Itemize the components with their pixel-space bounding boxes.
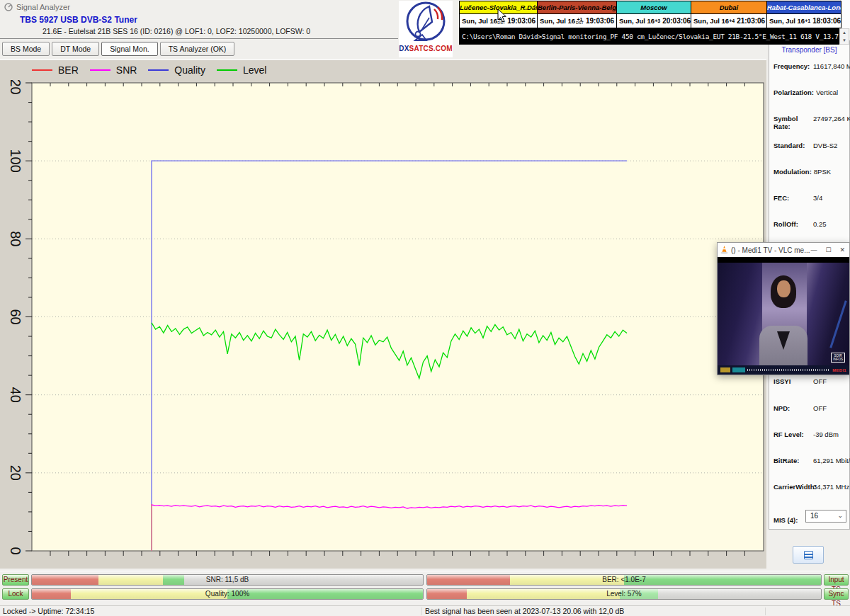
- clock-time: 20:03:06: [662, 17, 691, 25]
- minimize-icon[interactable]: —: [810, 246, 817, 253]
- gauge-label: BER: <1.0E-7: [427, 576, 821, 583]
- transponder-row: BitRate:61,291 Mbit/s: [774, 457, 848, 464]
- dst-flag: DST: [576, 21, 584, 25]
- command-prompt-scrollbar[interactable]: ▲ ▼: [839, 28, 849, 45]
- transponder-row-value: Vertical: [816, 89, 838, 96]
- gauge-snr: SNR: 11,5 dB: [31, 574, 424, 586]
- news-ticker: MEDI1: [718, 365, 849, 375]
- legend-label: BER: [58, 64, 79, 76]
- command-prompt-text: C:\Users\Roman Dávid>Signal monitoring_P…: [459, 33, 839, 40]
- maximize-icon[interactable]: ☐: [825, 246, 831, 253]
- transponder-row-label: NPD:: [774, 404, 811, 412]
- svg-text:60: 60: [8, 309, 23, 324]
- svg-text:120: 120: [8, 80, 23, 95]
- statusbar-divider: [421, 608, 422, 615]
- gauge-level: Level: 57%: [426, 588, 822, 600]
- gauge-label: Quality: 100%: [32, 590, 423, 598]
- signal-analyzer-window: { "window": { "title": "Signal Analyzer"…: [0, 0, 850, 616]
- transponder-row-label: Frequency:: [774, 62, 811, 70]
- legend-line-swatch: [90, 69, 110, 71]
- utc-offset-value: +1: [805, 19, 810, 23]
- dxsatcs-logo: DXSATCS.COM: [399, 1, 453, 57]
- clock-time: 18:03:06: [812, 17, 841, 25]
- window-edge-strip: [840, 0, 850, 28]
- transponder-row-label: CarrierWidth:: [774, 483, 811, 491]
- transponder-row: RollOff:0.25: [774, 220, 848, 228]
- legend-item-quality: Quality: [148, 64, 205, 76]
- signal-chart-panel: BERSNRQualityLevel 020406080100120: [0, 59, 766, 569]
- tab-signal-mon-[interactable]: Signal Mon.: [101, 42, 157, 56]
- transponder-row-label: ISSYI: [774, 377, 811, 385]
- svg-text:80: 80: [8, 231, 23, 246]
- transponder-row-label: Standard:: [774, 142, 811, 149]
- transponder-row-value: 34,371 MHz: [813, 483, 849, 491]
- mis-selected-value: 16: [810, 512, 818, 520]
- header-divider: [0, 38, 398, 39]
- vlc-cone-icon: [720, 246, 728, 254]
- transponder-row-label: RollOff:: [774, 220, 811, 228]
- transponder-row-value: DVB-S2: [813, 142, 837, 149]
- transponder-panel-title: Transponder [BS]: [769, 46, 849, 54]
- lock-uptime-status: Locked -> Uptime: 72:34:15: [3, 607, 94, 615]
- chart-legend: BERSNRQualityLevel: [32, 64, 278, 76]
- button-present[interactable]: Present: [2, 574, 29, 586]
- transponder-row: NPD:OFF: [774, 404, 848, 412]
- clock-utc-offset: +4: [729, 19, 735, 23]
- clock-cell: MoscowSun, Jul 16+320:03:06: [617, 1, 691, 28]
- app-icon: [4, 3, 13, 11]
- clock-date: Sun, Jul 16: [540, 17, 575, 25]
- tab-dt-mode[interactable]: DT Mode: [52, 42, 99, 56]
- transponder-row-label: Symbol Rate:: [774, 115, 811, 130]
- transponder-row-value: -39 dBm: [813, 430, 839, 438]
- legend-label: Quality: [174, 64, 205, 76]
- video-letterbox: [718, 257, 849, 263]
- vlc-window[interactable]: () - Medi1 TV - VLC me... — ☐ ✕ SOIRINFO…: [717, 242, 850, 375]
- transponder-row: Standard:DVB-S2: [774, 142, 848, 149]
- clock-date: Sun, Jul 16: [693, 17, 729, 25]
- legend-line-swatch: [148, 69, 169, 71]
- scroll-up-icon[interactable]: ▲: [840, 29, 849, 37]
- transponder-row-label: RF Level:: [774, 430, 811, 438]
- button-lock[interactable]: Lock: [2, 588, 29, 600]
- chevron-down-icon: ⌄: [837, 512, 843, 519]
- scroll-down-icon[interactable]: ▼: [840, 37, 849, 45]
- legend-item-snr: SNR: [90, 64, 137, 76]
- transponder-row-label: BitRate:: [774, 457, 811, 464]
- clock-time: 19:03:06: [507, 17, 536, 25]
- clock-cell: DubaiSun, Jul 16+421:03:06: [691, 1, 767, 28]
- news-presenter: [718, 263, 849, 365]
- legend-label: Level: [243, 64, 266, 76]
- ticker-time-block: [720, 367, 730, 372]
- gauge-label: Level: 57%: [427, 590, 821, 598]
- statusbar-divider: [765, 608, 766, 615]
- svg-text:40: 40: [8, 387, 23, 403]
- utc-offset-value: +3: [654, 19, 660, 23]
- vlc-video-area[interactable]: SOIRINFOS MEDI1: [718, 257, 849, 375]
- best-signal-status: Best signal has been seen at 2023-07-13 …: [425, 607, 624, 615]
- mis-dropdown[interactable]: 16 ⌄: [805, 510, 846, 523]
- legend-line-swatch: [217, 69, 237, 71]
- transponder-row-value: 8PSK: [814, 168, 831, 176]
- gauge-label: SNR: 11,5 dB: [32, 576, 423, 583]
- vlc-titlebar[interactable]: () - Medi1 TV - VLC me... — ☐ ✕: [718, 243, 849, 257]
- transponder-row: FEC:3/4: [774, 194, 848, 202]
- close-icon[interactable]: ✕: [839, 246, 845, 253]
- command-prompt[interactable]: C:\Users\Roman Dávid>Signal monitoring_P…: [459, 28, 839, 45]
- tab-ts-analyzer-ok-[interactable]: TS Analyzer (OK): [160, 42, 235, 56]
- clock-city-label: Moscow: [617, 1, 691, 14]
- legend-item-ber: BER: [32, 64, 79, 76]
- transponder-row-value: 11617,840 MHz: [813, 62, 850, 70]
- mode-tabs: BS ModeDT ModeSignal Mon.TS Analyzer (OK…: [2, 42, 234, 56]
- device-title: TBS 5927 USB DVB-S2 Tuner: [20, 15, 137, 25]
- tuner-subtitle: 21.6E - Eutelsat 21B SES 16 (ID: 0216) @…: [42, 27, 310, 35]
- ts-stream-button[interactable]: [793, 546, 824, 564]
- clock-date: Sun, Jul 16: [619, 17, 654, 25]
- button-sync-ts[interactable]: Sync TS: [824, 588, 849, 600]
- status-gauges-panel: PresentSNR: 11,5 dBBER: <1.0E-7Input TSL…: [0, 571, 850, 605]
- button-input-ts[interactable]: Input TS: [824, 574, 849, 586]
- clock-cell: Rabat-Casablanca-LondonSun, Jul 16+118:0…: [767, 1, 841, 28]
- transponder-row: RF Level:-39 dBm: [774, 430, 848, 438]
- svg-text:100: 100: [8, 149, 23, 172]
- tab-bs-mode[interactable]: BS Mode: [2, 42, 50, 56]
- utc-offset-value: +4: [729, 19, 735, 23]
